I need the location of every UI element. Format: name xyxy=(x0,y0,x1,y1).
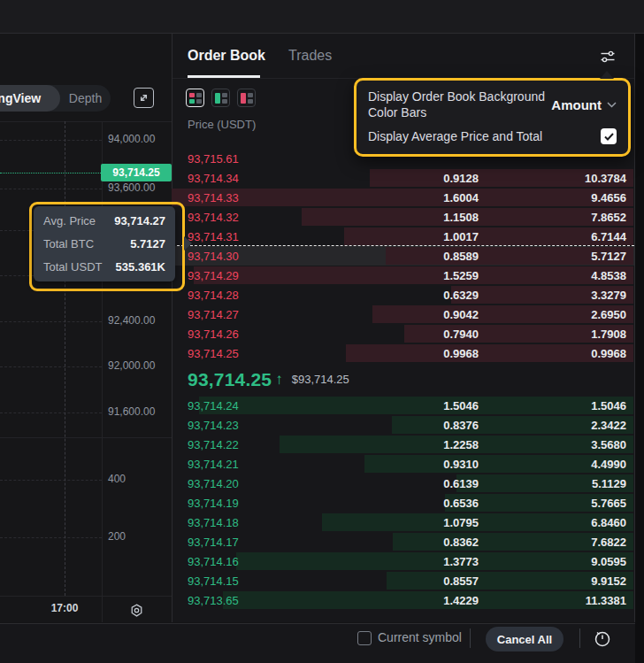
tooltip-label: Total USDT xyxy=(43,260,102,274)
gridline xyxy=(0,321,102,322)
current-price-line xyxy=(0,173,101,173)
amount-cell: 1.1508 xyxy=(355,211,479,224)
time-axis-divider xyxy=(0,596,172,597)
price-cell: 93,714.30 xyxy=(172,250,355,263)
price-cell: 93,714.34 xyxy=(172,172,355,185)
tab-tradingview[interactable]: TradingView xyxy=(0,85,60,112)
total-cell: 5.7127 xyxy=(479,250,634,263)
amount-cell: 1.0795 xyxy=(355,516,479,529)
tab-trades[interactable]: Trades xyxy=(288,48,332,64)
order-book-row[interactable]: 93,714.161.37739.0595 xyxy=(172,551,634,571)
tooltip-value: 5.7127 xyxy=(130,237,165,251)
order-book-row[interactable]: 93,714.321.15087.8652 xyxy=(172,207,634,227)
order-book-mode-asks-icon[interactable] xyxy=(237,89,256,107)
crosshair-vertical-line xyxy=(65,121,65,596)
total-cell: 1.7908 xyxy=(479,328,634,341)
price-cell: 93,714.28 xyxy=(172,289,355,302)
current-price-axis-badge: 93,714.25 xyxy=(101,164,172,181)
total-cell: 7.6822 xyxy=(479,536,634,549)
price-cell: 93,714.29 xyxy=(172,269,355,282)
order-book-mode-both-icon[interactable] xyxy=(186,89,204,107)
asks-list: 93,715.6193,714.340.912810.378493,714.33… xyxy=(172,149,634,363)
sliders-icon xyxy=(599,48,617,66)
total-cell: 4.4990 xyxy=(479,458,634,471)
price-cell: 93,714.31 xyxy=(172,230,355,243)
expand-icon xyxy=(138,92,150,104)
order-book-row[interactable]: 93,714.340.912810.3784 xyxy=(172,168,634,188)
order-book-row[interactable]: 93,714.221.22583.5680 xyxy=(172,435,634,454)
chart-settings-button[interactable] xyxy=(126,600,146,620)
amount-cell: 0.9968 xyxy=(355,347,479,360)
price-cell: 93,714.18 xyxy=(172,516,355,529)
order-book-row[interactable]: 93,714.311.00176.7144 xyxy=(172,227,634,246)
order-book-row[interactable]: 93,714.270.90422.6950 xyxy=(172,305,634,324)
order-timer-button[interactable] xyxy=(591,628,614,651)
order-book-settings-button[interactable] xyxy=(597,46,618,67)
price-cell: 93,714.26 xyxy=(172,328,355,341)
avg-price-tooltip-highlight: Avg. Price93,714.27Total BTC5.7127Total … xyxy=(29,202,185,291)
expand-chart-button[interactable] xyxy=(134,88,154,108)
total-cell: 6.8460 xyxy=(479,516,634,529)
color-bars-label: Display Order Book Background Color Bars xyxy=(368,89,545,120)
amount-cell: 1.2258 xyxy=(355,438,479,451)
divider xyxy=(470,628,471,648)
order-book-row[interactable]: 93,714.210.93104.4990 xyxy=(172,454,634,474)
chevron-down-icon xyxy=(607,102,617,108)
amount-cell: 1.6004 xyxy=(355,191,479,204)
order-book-row[interactable]: 93,714.200.61395.1129 xyxy=(172,474,634,493)
current-price-row[interactable]: 93,714.25 ↑ $93,714.25 xyxy=(172,363,634,396)
order-book-row[interactable]: 93,714.190.65365.7665 xyxy=(172,493,634,513)
order-book-tabs: Order Book Trades xyxy=(188,34,332,78)
amount-cell: 0.8557 xyxy=(355,574,479,588)
amount-cell: 1.5046 xyxy=(355,399,479,412)
order-book-row[interactable]: 93,714.241.50461.5046 xyxy=(172,396,634,415)
order-book-row[interactable]: 93,714.291.52594.8538 xyxy=(172,266,634,285)
gridline xyxy=(0,537,102,538)
price-cell: 93,714.21 xyxy=(172,458,355,471)
tooltip-value: 535.361K xyxy=(116,260,165,274)
order-book-row[interactable]: 93,714.300.85895.7127 xyxy=(172,246,634,266)
current-price: 93,714.25 xyxy=(188,369,272,390)
avg-price-tooltip: Avg. Price93,714.27Total BTC5.7127Total … xyxy=(34,206,175,281)
avg-price-checkbox[interactable] xyxy=(601,128,617,144)
order-book-mode-bids-icon[interactable] xyxy=(211,89,230,107)
total-cell: 3.3279 xyxy=(479,289,634,302)
amount-cell: 1.5259 xyxy=(355,269,479,282)
price-cell: 93,714.33 xyxy=(172,191,355,204)
order-book-row[interactable]: 93,713.651.422911.3381 xyxy=(172,590,634,610)
order-book-row[interactable]: 93,714.260.79401.7908 xyxy=(172,324,634,343)
price-cell: 93,714.24 xyxy=(172,399,355,412)
order-book-row[interactable]: 93,714.181.07956.8460 xyxy=(172,513,634,532)
order-book-row[interactable]: 93,714.331.60049.4656 xyxy=(172,188,634,207)
amount-cell: 1.4229 xyxy=(355,594,479,607)
chart-view-switcher: TradingView Depth xyxy=(0,85,111,112)
current-symbol-label: Current symbol xyxy=(378,630,462,644)
total-cell: 3.5680 xyxy=(479,438,634,451)
cancel-all-button[interactable]: Cancel All xyxy=(486,627,564,651)
price-cell: 93,714.32 xyxy=(172,211,355,224)
amount-cell: 0.8362 xyxy=(355,536,479,549)
top-strip xyxy=(0,0,644,34)
current-price-usd: $93,714.25 xyxy=(292,373,349,386)
order-book-row[interactable]: 93,714.230.83762.3422 xyxy=(172,415,634,435)
order-book-row[interactable]: 93,714.170.83627.6822 xyxy=(172,532,634,551)
total-cell: 1.5046 xyxy=(479,399,634,412)
gridline xyxy=(0,140,102,141)
amount-cell: 0.6329 xyxy=(355,289,479,302)
order-book-row[interactable]: 93,714.150.85579.9152 xyxy=(172,571,634,590)
current-symbol-checkbox[interactable] xyxy=(357,631,372,645)
popup-row-color-bars: Display Order Book Background Color Bars… xyxy=(368,89,617,120)
popup-pointer xyxy=(600,71,614,79)
tab-depth[interactable]: Depth xyxy=(60,85,111,112)
color-bars-dropdown[interactable]: Amount xyxy=(551,97,617,112)
chart-panel: TradingView Depth 94,000.0093,600.0092,8… xyxy=(0,34,172,622)
amount-cell: 1.3773 xyxy=(355,555,479,568)
order-book-row[interactable]: 93,714.280.63293.3279 xyxy=(172,285,634,305)
order-book-row[interactable]: 93,714.250.99680.9968 xyxy=(172,343,634,363)
price-up-arrow-icon: ↑ xyxy=(275,371,283,389)
tab-order-book[interactable]: Order Book xyxy=(188,48,265,64)
price-cell: 93,714.16 xyxy=(172,555,355,568)
amount-cell: 0.6139 xyxy=(355,477,479,490)
trading-screen: TradingView Depth 94,000.0093,600.0092,8… xyxy=(0,0,644,663)
total-cell: 7.8652 xyxy=(479,211,634,224)
